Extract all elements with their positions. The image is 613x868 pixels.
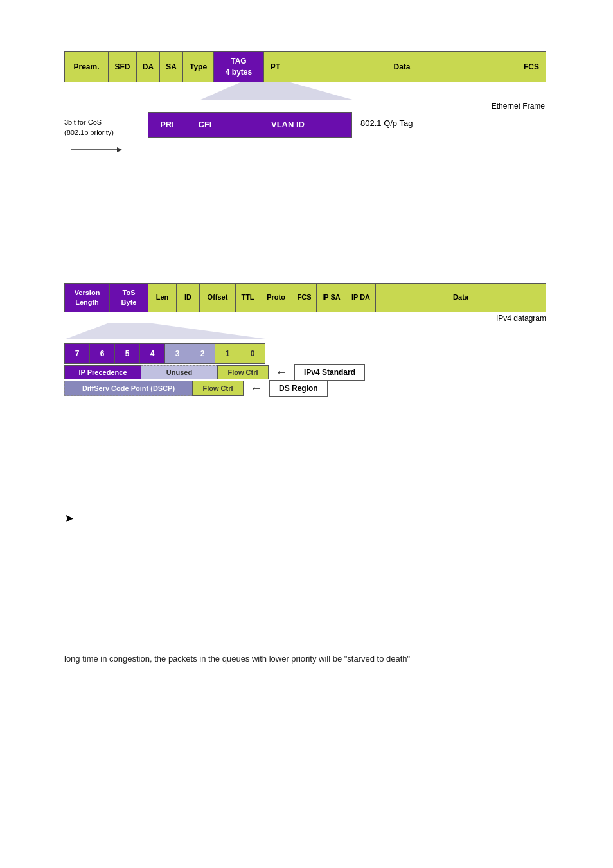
ipv4-cell-tos: ToSByte — [110, 284, 148, 312]
frame-cell-data: Data — [287, 52, 517, 82]
tos-bit-2: 2 — [190, 343, 215, 364]
tag-sub-vlanid: VLAN ID — [224, 112, 352, 138]
bottom-text: long time in congestion, the packets in … — [64, 654, 549, 664]
ipv4-cell-fcs: FCS — [292, 284, 317, 312]
frame-cell-tag: TAG4 bytes — [214, 52, 264, 82]
ipv4-standard-label: IPv4 Standard — [294, 364, 365, 381]
svg-marker-0 — [199, 82, 355, 100]
ipv4-cell-proto: Proto — [260, 284, 292, 312]
ipv4-cell-ttl: TTL — [236, 284, 260, 312]
qp-label: 802.1 Q/p Tag — [351, 112, 413, 128]
frame-cell-type: Type — [183, 52, 214, 82]
tos-bit-0: 0 — [240, 343, 265, 364]
tag-sub-cfi: CFI — [186, 112, 224, 138]
frame-cell-sa: SA — [160, 52, 183, 82]
tos-dscp: DiffServ Code Point (DSCP) — [64, 381, 193, 396]
tos-ip-precedence: IP Precedence — [64, 365, 141, 379]
tos-bit-4: 4 — [139, 343, 165, 364]
tos-bit-5: 5 — [114, 343, 140, 364]
ipv4-cell-id: ID — [177, 284, 200, 312]
tos-unused: Unused — [141, 365, 218, 379]
svg-marker-2 — [64, 323, 270, 339]
tag-sub-pri: PRI — [148, 112, 186, 138]
tos-bit-6: 6 — [89, 343, 115, 364]
tos-expand-section: 7 6 5 4 3 2 1 0 IP Precedence Unused Flo… — [64, 343, 546, 397]
ipv4-cell-ipsa: IP SA — [317, 284, 346, 312]
tos-bit-7: 7 — [64, 343, 90, 364]
ds-region-label: DS Region — [269, 380, 328, 397]
cos-arrow-svg — [71, 141, 122, 152]
frame-cell-da: DA — [137, 52, 160, 82]
ipv4-cell-len: Len — [148, 284, 177, 312]
cos-label-line2: (802.1p priority) — [64, 127, 148, 138]
ipv4-datagram-label: IPv4 datagram — [64, 314, 546, 323]
tos-bit-3: 3 — [164, 343, 190, 364]
cos-label-line1: 3bit for CoS — [64, 117, 148, 128]
ipv4-cell-version: VersionLength — [65, 284, 110, 312]
tos-flow-ctrl: Flow Ctrl — [217, 365, 269, 379]
frame-cell-sfd: SFD — [109, 52, 137, 82]
tos-bit-row: 7 6 5 4 3 2 1 0 — [64, 343, 270, 364]
ethernet-connector-svg — [64, 82, 546, 100]
bullet-arrow-icon: ➤ — [64, 511, 74, 525]
ipv4-section: VersionLength ToSByte Len ID Offset TTL … — [64, 283, 549, 397]
frame-cell-pt: PT — [264, 52, 287, 82]
ethernet-frame-label: Ethernet Frame — [64, 102, 546, 111]
ethernet-frame-row: Pream. SFD DA SA Type TAG4 bytes PT Data… — [64, 51, 546, 82]
frame-cell-pream: Pream. — [65, 52, 109, 82]
ipv4-standard-arrow: ← — [275, 365, 288, 379]
tos-flow-ctrl-ds: Flow Ctrl — [192, 381, 244, 396]
bullet-section: ➤ — [64, 512, 549, 525]
frame-cell-fcs: FCS — [517, 52, 546, 82]
ipv4-cell-offset: Offset — [200, 284, 236, 312]
ipv4-cell-data: Data — [376, 284, 546, 312]
ipv4-cell-ipda: IP DA — [346, 284, 376, 312]
tos-bit-1: 1 — [215, 343, 240, 364]
ds-region-arrow: ← — [250, 381, 263, 395]
svg-marker-1 — [117, 147, 122, 152]
ethernet-frame-section: Pream. SFD DA SA Type TAG4 bytes PT Data… — [64, 51, 549, 154]
ipv4-connector-svg — [64, 323, 546, 339]
ipv4-frame-row: VersionLength ToSByte Len ID Offset TTL … — [64, 283, 546, 312]
